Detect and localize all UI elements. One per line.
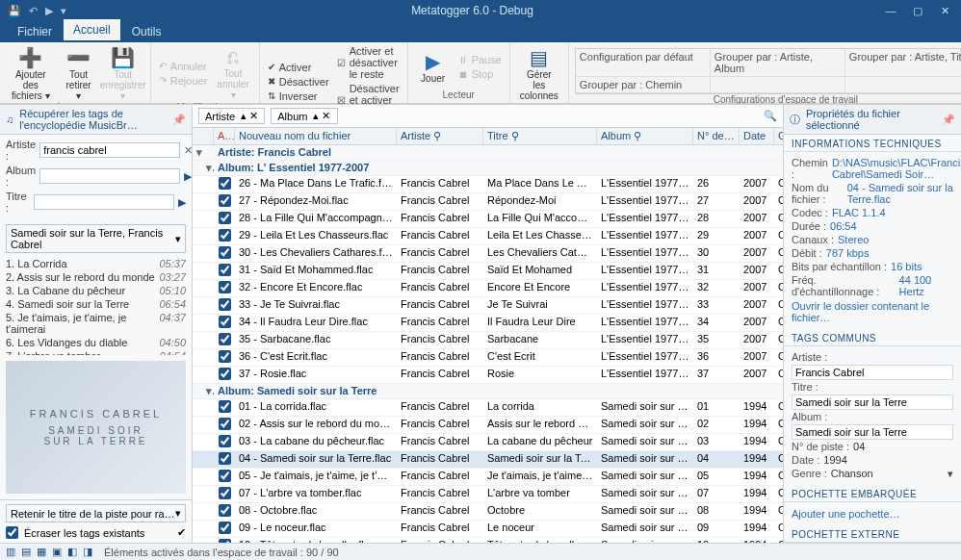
list-item[interactable]: 1. La Corrida05:37 (6, 257, 186, 270)
workspace-config-grid[interactable]: Configuration par défaut Grouper par : A… (575, 48, 961, 94)
titre-input[interactable] (34, 194, 174, 210)
gerer-colonnes-button[interactable]: ▤Gérer les colonnes (516, 44, 562, 103)
table-row[interactable]: 36 - C'est Ecrit.flacFrancis CabrelC'est… (193, 349, 783, 367)
col-genre[interactable]: Genre (774, 128, 783, 144)
list-item[interactable]: 3. La Cabane du pêcheur05:10 (6, 284, 186, 297)
table-row[interactable]: 30 - Les Chevaliers Cathares.flacFrancis… (193, 245, 783, 263)
filter-icon[interactable]: ⚲ (634, 130, 641, 141)
status-icon[interactable]: ▤ (21, 546, 31, 558)
filter-album[interactable]: Album ▴ ✕ (271, 108, 337, 124)
table-row[interactable]: 35 - Sarbacane.flacFrancis CabrelSarbaca… (193, 332, 783, 349)
table-row[interactable]: 09 - Le noceur.flacFrancis CabrelLe noce… (193, 521, 783, 538)
status-icon[interactable]: ▣ (52, 546, 62, 558)
tag-titre-input[interactable] (795, 396, 949, 408)
table-row[interactable]: 37 - Rosie.flacFrancis CabrelRosieL'Esse… (193, 367, 783, 384)
group-row[interactable]: ▾Artiste: Francis CabrelNombre=58 (193, 145, 783, 161)
activer-reste-button[interactable]: ☑ Activer et désactiver le reste (335, 44, 402, 81)
tout-retirer-button[interactable]: ➖Tout retirer ▾ (60, 44, 98, 103)
go-album-icon[interactable]: ▶ (184, 170, 192, 183)
match-mode-combo[interactable]: Retenir le titre de la piste pour rappro… (6, 504, 186, 522)
stop-button[interactable]: ⏹ Stop (456, 67, 504, 81)
col-album[interactable]: Album ⚲ (597, 128, 693, 144)
col-artiste[interactable]: Artiste ⚲ (397, 128, 483, 144)
status-icon[interactable]: ▦ (37, 546, 46, 558)
artiste-input[interactable] (39, 142, 180, 158)
list-item[interactable]: 5. Je t'aimais, je t'aime, je t'aimerai0… (6, 311, 186, 336)
annuler-button[interactable]: ↶ Annuler (157, 60, 210, 73)
col-activation[interactable]: Activation (214, 128, 235, 144)
filter-icon[interactable]: ⚲ (511, 130, 519, 141)
pin-icon[interactable]: 📌 (172, 114, 186, 126)
clear-artiste-icon[interactable]: ✕ (184, 144, 193, 157)
list-item[interactable]: 6. Les Vidanges du diable04:50 (6, 336, 186, 349)
table-row[interactable]: 31 - Saïd Et Mohammed.flacFrancis Cabrel… (193, 263, 783, 280)
table-row[interactable]: 05 - Je t'aimais, je t'aime, je t'aimera… (193, 469, 783, 486)
col-filename[interactable]: Nouveau nom du fichier (235, 128, 397, 144)
go-titre-icon[interactable]: ▶ (178, 196, 186, 209)
list-item[interactable]: 4. Samedi soir sur la Terre06:54 (6, 297, 186, 311)
status-icon[interactable]: ◨ (83, 546, 92, 558)
col-npiste[interactable]: N° de piste (693, 128, 740, 144)
activer-button[interactable]: ✔ Activer (266, 61, 331, 74)
add-cover-link[interactable]: Ajouter une pochette… (792, 506, 953, 522)
status-icon[interactable]: ◧ (67, 546, 77, 558)
album-combo[interactable]: Samedi soir sur la Terre, Francis Cabrel… (6, 224, 186, 253)
table-row[interactable]: 27 - Répondez-Moi.flacFrancis CabrelRépo… (193, 193, 783, 211)
tag-artiste-input[interactable] (795, 367, 949, 378)
status-icon[interactable]: ▥ (6, 546, 15, 558)
filename-link[interactable]: 04 - Samedi soir sur la Terre.flac (847, 182, 953, 205)
table-row[interactable]: 32 - Encore Et Encore.flacFrancis Cabrel… (193, 280, 783, 297)
table-row[interactable]: 04 - Samedi soir sur la Terre.flacFranci… (193, 451, 783, 469)
inverser-button[interactable]: ⇅ Inverser (266, 89, 331, 103)
list-item[interactable]: 7. L'arbre va tomber04:54 (6, 349, 186, 355)
jouer-button[interactable]: ▶Jouer (414, 48, 453, 86)
table-row[interactable]: 29 - Leila Et Les Chasseurs.flacFrancis … (193, 228, 783, 245)
qat-dropdown-icon[interactable]: ▾ (61, 5, 66, 17)
table-row[interactable]: 02 - Assis sur le rebord du monde.flacFr… (193, 417, 783, 434)
qat-save-icon[interactable]: 💾 (8, 5, 21, 17)
tout-enregistrer-button[interactable]: 💾Tout enregistrer ▾ (102, 44, 144, 103)
pin-icon[interactable]: 📌 (942, 114, 955, 126)
list-item[interactable]: 2. Assis sur le rebord du monde03:27 (6, 270, 186, 284)
group-row[interactable]: ▾Album: Samedi soir sur la TerreNombre=9 (193, 384, 783, 399)
left-panel-header: ♫ Récupérer les tags de l'encyclopédie M… (0, 105, 192, 135)
chemin-link[interactable]: D:\NAS\music\FLAC\Francis Cabrel\Samedi … (832, 157, 961, 180)
desactiver-button[interactable]: ✖ Désactiver (266, 75, 331, 89)
ajouter-fichiers-button[interactable]: ➕Ajouter des fichiers ▾ (6, 44, 56, 103)
qat-undo-icon[interactable]: ↶ (29, 5, 38, 17)
table-row[interactable]: 34 - Il Faudra Leur Dire.flacFrancis Cab… (193, 315, 783, 332)
group-row[interactable]: ▾Album: L' Essentiel 1977-2007Nombre=37 (193, 161, 783, 176)
album-input[interactable] (39, 168, 180, 184)
tout-annuler-button[interactable]: ⎌Tout annuler ▾ (213, 44, 252, 102)
filter-artiste[interactable]: Artiste ▴ ✕ (198, 108, 265, 124)
table-row[interactable]: 26 - Ma Place Dans Le Trafic.flacFrancis… (193, 176, 783, 193)
tag-album-input[interactable] (795, 426, 949, 438)
tab-accueil[interactable]: Accueil (64, 19, 120, 42)
table-row[interactable]: 07 - L'arbre va tomber.flacFrancis Cabre… (193, 486, 783, 503)
table-row[interactable]: 03 - La cabane du pêcheur.flacFrancis Ca… (193, 434, 783, 451)
filter-bar: Artiste ▴ ✕ Album ▴ ✕ 🔍 (193, 105, 783, 128)
close-button[interactable]: ✕ (932, 0, 957, 21)
tab-fichier[interactable]: Fichier (8, 21, 62, 42)
pause-button[interactable]: ⏸ Pause (456, 53, 504, 66)
table-row[interactable]: 01 - La corrida.flacFrancis CabrelLa cor… (193, 399, 783, 417)
table-row[interactable]: 33 - Je Te Suivrai.flacFrancis CabrelJe … (193, 297, 783, 315)
table-row[interactable]: 28 - La Fille Qui M'accompagne.flacFranc… (193, 211, 783, 228)
col-date[interactable]: Date (740, 128, 774, 144)
qat-play-icon[interactable]: ▶ (45, 5, 53, 17)
overwrite-tags-checkbox[interactable]: Écraser les tags existants✔ (6, 526, 186, 539)
col-titre[interactable]: Titre ⚲ (483, 128, 597, 144)
remove-all-icon: ➖ (66, 46, 91, 69)
maximize-button[interactable]: ▢ (905, 0, 930, 21)
tab-outils[interactable]: Outils (122, 21, 171, 42)
sect-tags: TAGS COMMUNS (784, 329, 961, 346)
rejouer-button[interactable]: ↷ Rejouer (157, 74, 210, 88)
title-bar: 💾 ↶ ▶ ▾ Metatogger 6.0 - Debug — ▢ ✕ (0, 0, 961, 21)
open-folder-link[interactable]: Ouvrir le dossier contenant le fichier… (792, 298, 953, 325)
table-row[interactable]: 08 - Octobre.flacFrancis CabrelOctobreSa… (193, 503, 783, 521)
main-grid[interactable]: Activation Nouveau nom du fichier Artist… (193, 128, 783, 543)
search-icon[interactable]: 🔍 (764, 110, 777, 122)
genre-dropdown-icon[interactable]: ▾ (948, 468, 953, 480)
filter-icon[interactable]: ⚲ (433, 130, 441, 141)
minimize-button[interactable]: — (878, 0, 903, 21)
